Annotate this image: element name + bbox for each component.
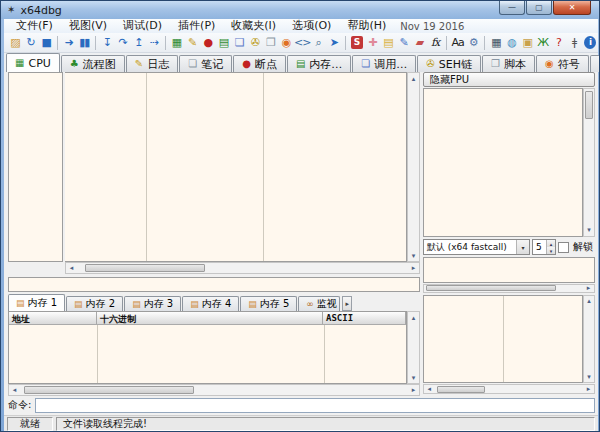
scroll-left-button[interactable]: ◂ [66, 263, 77, 274]
patch-icon[interactable]: ✚ [365, 34, 381, 51]
column-ascii[interactable]: ASCII [323, 312, 406, 324]
menu-plugins[interactable]: 插件(P) [170, 19, 223, 33]
spin-down-button[interactable]: ▾ [546, 247, 555, 254]
tab-dump-1[interactable]: ▤ 内存 1 [8, 294, 65, 311]
tab-graph[interactable]: ♣ 流程图 [61, 55, 125, 72]
dump-hscrollbar[interactable]: ◂ ▸ [8, 384, 420, 396]
step-out-icon[interactable]: ↥ [130, 34, 146, 51]
tab-dump-2[interactable]: ▤ 内存 2 [66, 296, 123, 311]
globe-icon[interactable]: ◍ [504, 34, 520, 51]
call-stack-icon[interactable]: ❏ [231, 34, 247, 51]
open-file-icon[interactable]: ▨ [7, 34, 23, 51]
script-icon[interactable]: ❐ [263, 34, 279, 51]
step-into-icon[interactable]: ↧ [99, 34, 115, 51]
tab-script[interactable]: ❐ 脚本 [482, 55, 535, 72]
info-pane[interactable] [8, 277, 420, 292]
run-icon[interactable]: ➜ [61, 34, 77, 51]
argument-count-stepper[interactable]: 5 ▴ ▾ [532, 239, 556, 255]
tab-notes[interactable]: ❏ 笔记 [179, 55, 232, 72]
tab-breakpoints[interactable]: ● 断点 [233, 55, 286, 72]
menu-options[interactable]: 选项(O) [284, 19, 339, 33]
stack-hscrollbar[interactable]: ◂ ▸ [423, 384, 595, 394]
scroll-thumb[interactable] [437, 386, 485, 393]
tab-memory-map[interactable]: ▤ 内存… [287, 55, 351, 72]
disasm-sidebar-pane[interactable] [8, 72, 63, 262]
dump-vscrollbar[interactable]: ▴ ▾ [407, 311, 420, 384]
scroll-down-button[interactable]: ▾ [584, 225, 595, 236]
arguments-hscrollbar[interactable]: ▸ [423, 284, 595, 293]
dump-tab-scroll-right-button[interactable]: ▸ [342, 296, 352, 311]
scroll-right-button[interactable]: ▸ [583, 283, 594, 294]
column-address[interactable]: 地址 [9, 312, 97, 324]
spin-up-button[interactable]: ▴ [546, 240, 555, 247]
font-icon[interactable]: Aa [450, 34, 466, 51]
scroll-up-button[interactable]: ▴ [408, 312, 419, 323]
package-icon[interactable]: ▣ [519, 34, 535, 51]
minimize-button[interactable]: — [499, 1, 525, 15]
references-icon[interactable]: ⌕ [310, 34, 326, 51]
run-to-user-code-icon[interactable]: ⇢ [146, 34, 162, 51]
source-icon[interactable]: <> [294, 34, 310, 51]
scroll-up-button[interactable]: ▴ [408, 73, 419, 84]
restart-icon[interactable]: ↻ [23, 34, 39, 51]
stack-pane[interactable] [424, 296, 504, 382]
about-icon[interactable]: i [584, 36, 596, 49]
menu-view[interactable]: 视图(V) [61, 19, 115, 33]
registers-pane[interactable] [423, 88, 583, 237]
tab-symbols[interactable]: ◉ 符号 [536, 55, 589, 72]
tab-dump-5[interactable]: ▤ 内存 5 [240, 296, 297, 311]
registers-vscrollbar[interactable]: ▾ [583, 88, 595, 237]
menu-help[interactable]: 帮助(H) [339, 19, 394, 33]
tab-cpu[interactable]: ▦ CPU [6, 53, 60, 72]
tab-dump-4[interactable]: ▤ 内存 4 [182, 296, 239, 311]
help-icon[interactable]: ? [551, 34, 567, 51]
comments-icon[interactable]: ▤ [380, 34, 396, 51]
scroll-down-button[interactable]: ▾ [584, 371, 595, 382]
calling-convention-select[interactable]: 默认 (x64 fastcall) ▾ [423, 239, 530, 255]
scroll-thumb[interactable] [426, 285, 556, 291]
symbols-icon[interactable]: ◉ [278, 34, 294, 51]
cpu-icon[interactable]: ▦ [169, 34, 185, 51]
maximize-button[interactable]: ▢ [526, 1, 552, 15]
dump-body-pane[interactable] [9, 325, 406, 383]
pause-icon[interactable]: ▮▮ [77, 34, 93, 51]
scroll-left-button[interactable]: ◂ [9, 385, 20, 396]
tab-call-stack[interactable]: ❏ 调用… [352, 55, 416, 72]
arguments-pane[interactable] [423, 257, 595, 282]
close-button[interactable]: ✕ [553, 1, 591, 15]
title-bar[interactable]: ✶ x64dbg — ▢ ✕ [1, 1, 599, 19]
preferences-icon[interactable]: ⚙ [465, 34, 481, 51]
s-badge-icon[interactable]: S [351, 36, 363, 49]
log-icon[interactable]: ✎ [184, 34, 200, 51]
tab-dump-3[interactable]: ▤ 内存 3 [124, 296, 181, 311]
command-input[interactable] [35, 398, 595, 413]
menu-favourites[interactable]: 收藏夹(I) [223, 19, 284, 33]
tab-log[interactable]: ✎ 日志 [126, 55, 178, 72]
report-bug-icon[interactable]: Ж [535, 34, 551, 51]
scroll-thumb[interactable] [585, 91, 593, 119]
tab-source[interactable]: <> 源代码 [590, 55, 600, 72]
tab-watch-1[interactable]: ∞ 监视 1 [298, 296, 340, 311]
menu-file[interactable]: 文件(F) [8, 19, 61, 33]
tab-seh-chain[interactable]: ✇ SEH链 [417, 55, 481, 72]
scroll-left-button[interactable]: ◂ [424, 384, 435, 395]
close-process-icon[interactable]: ■ [38, 34, 54, 51]
hide-fpu-button[interactable]: 隐藏FPU [423, 72, 595, 87]
tool-icon[interactable]: ǂ [566, 34, 582, 51]
disasm-hscrollbar[interactable]: ◂ ▸ [65, 262, 420, 274]
calculator-icon[interactable]: ▦ [488, 34, 504, 51]
unlock-checkbox[interactable] [558, 242, 569, 253]
memory-map-icon[interactable]: ▤ [216, 34, 232, 51]
threads-icon[interactable]: ➤ [326, 34, 342, 51]
scroll-up-button[interactable]: ▴ [584, 296, 595, 307]
scroll-down-button[interactable]: ▾ [408, 250, 419, 261]
scroll-thumb[interactable] [24, 386, 194, 394]
functions-icon[interactable]: fx [427, 34, 443, 51]
scroll-right-button[interactable]: ▸ [583, 384, 594, 395]
scroll-right-button[interactable]: ▸ [408, 263, 419, 274]
scroll-thumb[interactable] [85, 264, 205, 272]
scroll-right-button[interactable]: ▸ [408, 385, 419, 396]
scroll-down-button[interactable]: ▾ [408, 372, 419, 383]
disassembly-pane[interactable] [65, 72, 407, 262]
step-over-icon[interactable]: ↷ [115, 34, 131, 51]
